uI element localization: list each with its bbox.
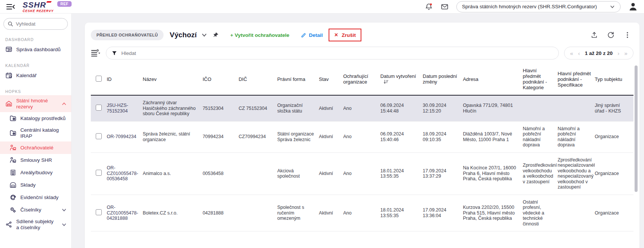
cell-ochranujici_organizace: Ano	[343, 121, 381, 152]
row-checkbox[interactable]	[96, 105, 102, 111]
user-avatar[interactable]	[628, 2, 638, 12]
cell-hlavni_predmet_kategorie: Ostatní profesní, vědecké a technické či…	[523, 195, 558, 231]
sidebar-search-input[interactable]	[16, 21, 64, 27]
logo-red-dash	[46, 1, 52, 3]
cell-dic: CZ70994234	[239, 121, 277, 152]
sidebar-item[interactable]: Smlouvy SHR	[0, 154, 71, 166]
pencil-icon	[301, 32, 306, 38]
sidebar-item[interactable]: Centrální katalog IRAP	[0, 125, 71, 141]
table-row[interactable]: OR-CZ010055478-04281888Boletex.CZ s.r.o.…	[91, 195, 633, 231]
sidebar-item-label: Katalogy prostředků	[20, 116, 67, 122]
select-all-checkbox[interactable]	[96, 76, 102, 82]
cell-id: OR-CZ010055478-04281888	[107, 195, 143, 231]
pagination-next-icon[interactable]: ›	[618, 50, 620, 56]
ref-environment-badge: REF	[57, 1, 72, 7]
sidebar-item[interactable]: Evidenční sklady	[0, 191, 71, 204]
column-header-datum_posledni_zmeny[interactable]: Datum poslední změny	[423, 64, 463, 95]
column-header-ico[interactable]: IČO	[203, 64, 239, 95]
sidebar-item[interactable]: Sdílené subjekty a číselníky	[0, 216, 71, 233]
table-row[interactable]: OR-70994234Správa železnic, státní organ…	[91, 121, 633, 152]
workspace-selector[interactable]: Správa státních hmotných rezerv (SHR.SSH…	[456, 1, 621, 12]
detail-button[interactable]: Detail	[301, 32, 323, 38]
sidebar-item[interactable]: Sklady	[0, 179, 71, 191]
row-checkbox[interactable]	[96, 170, 102, 176]
sidebar-item-label: Areály/budovy	[20, 170, 67, 176]
view-badge[interactable]: PŘEHLED OCHRAŇOVATELŮ	[91, 30, 164, 40]
sidebar-search[interactable]	[3, 18, 68, 30]
notifications-bell-icon[interactable]	[425, 3, 433, 11]
view-chevron-down-icon[interactable]	[201, 32, 207, 38]
column-header-stav[interactable]: Stav	[319, 64, 343, 95]
column-header-pravni_forma[interactable]: Právní forma	[277, 64, 319, 95]
cancel-button[interactable]: × Zrušit	[329, 29, 361, 41]
share-icon	[5, 221, 12, 228]
column-header-hlavni_predmet_kategorie[interactable]: Hlavní předmět podnikání - Kategorie	[523, 64, 558, 95]
pagination-label: 1 až 20 z 20	[585, 50, 613, 56]
chevron-up-icon	[61, 101, 67, 107]
nav-section-label: HOPKS	[5, 89, 66, 94]
column-header-nazev[interactable]: Název	[143, 64, 203, 95]
table-search-input[interactable]	[121, 50, 553, 56]
sidebar-item[interactable]: Ochraňovatelé	[0, 141, 71, 154]
column-header-id[interactable]: ID	[107, 64, 143, 95]
inventory-icon	[9, 194, 17, 201]
create-custodian-button[interactable]: + Vytvořit ochraňovatele	[230, 32, 289, 38]
cell-pravni_forma: Společnost s ručením omezeným	[277, 195, 319, 231]
column-header-datum_vytvoreni[interactable]: Datum vytvoření	[380, 64, 423, 95]
column-header-dic[interactable]: DIČ	[239, 64, 277, 95]
sidebar-collapse-icon[interactable]	[6, 3, 15, 11]
cell-pravni_forma: Organizační složka státu	[277, 95, 319, 121]
sidebar-item[interactable]: Areály/budovy	[0, 166, 71, 179]
cell-typ_subjektu: Organizace	[595, 152, 633, 195]
sidebar-item-label: Číselníky	[20, 207, 58, 213]
column-header-label: Hlavní předmět podnikání - Kategorie	[523, 68, 547, 90]
table-row[interactable]: JSU-HZS-75152304Záchranný útvar Hasičské…	[91, 95, 633, 121]
pin-icon[interactable]	[213, 32, 219, 38]
messages-envelope-icon[interactable]	[441, 3, 449, 11]
row-checkbox[interactable]	[96, 209, 102, 215]
cell-pravni_forma: Státní organizace Správa železnic	[277, 121, 319, 152]
cell-adresa: Kurzova 2202/20, 15500 Praha 515, Hlavní…	[463, 195, 523, 231]
cell-ico: 04281888	[203, 195, 239, 231]
pagination-last-icon[interactable]: »	[624, 50, 627, 56]
sidebar-item[interactable]: Správa dashboardů	[0, 43, 71, 56]
sidebar-item[interactable]: Kalendář	[0, 69, 71, 82]
more-options-kebab-icon[interactable]	[624, 31, 631, 39]
filter-row: « ‹ 1 až 20 z 20 › »	[85, 44, 639, 63]
sidebar-item-label: Státní hmotné rezervy	[16, 98, 58, 110]
pagination-prev-icon[interactable]: ‹	[578, 50, 580, 56]
refresh-icon[interactable]	[607, 31, 615, 39]
cell-hlavni_predmet_kategorie: Zprostředkování velkoobchodu a velkoobch…	[523, 152, 558, 195]
column-header-label: Typ subjektu	[595, 76, 622, 82]
sidebar-item-label: Smlouvy SHR	[20, 157, 67, 163]
cell-select	[91, 195, 107, 231]
sidebar-item-label: Ochraňovatelé	[20, 145, 67, 151]
cell-hlavni_predmet_specifikace: Námořní a pobřežní nákladní doprava	[558, 121, 595, 152]
sshr-logo[interactable]: SSHR ČESKÉ REZERVY	[23, 1, 54, 13]
cell-datum_vytvoreni: 18.01.2024 13:55:35	[380, 195, 423, 231]
table-scrollbar-thumb[interactable]	[635, 65, 638, 192]
warehouse-icon	[9, 181, 17, 189]
table-search[interactable]	[106, 47, 559, 59]
cell-adresa: Na Kocínce 207/1, 16000 Praha 6, Hlavní …	[463, 152, 523, 195]
column-header-adresa[interactable]: Adresa	[463, 64, 523, 95]
sidebar-item[interactable]: Státní hmotné rezervy	[0, 95, 71, 112]
custodians-table: IDNázevIČODIČPrávní formaStavOchraňující…	[91, 64, 633, 231]
column-header-typ_subjektu[interactable]: Typ subjektu	[595, 64, 633, 95]
pagination: « ‹ 1 až 20 z 20 › »	[564, 47, 633, 59]
table-row[interactable]: OR-CZ010055478-00536458Animalco a.s.0053…	[91, 152, 633, 195]
export-icon[interactable]	[590, 31, 598, 39]
view-name: Výchozí	[170, 31, 197, 39]
table-density-icon[interactable]	[91, 49, 101, 57]
sidebar-item-label: Evidenční sklady	[20, 195, 67, 201]
sidebar-item[interactable]: Číselníky	[0, 204, 71, 216]
search-icon	[8, 21, 13, 27]
sidebar-item[interactable]: Katalogy prostředků	[0, 112, 71, 125]
cell-hlavni_predmet_specifikace	[558, 95, 595, 121]
row-checkbox[interactable]	[96, 133, 102, 139]
column-header-ochranujici_organizace[interactable]: Ochraňující organizace	[343, 64, 381, 95]
cell-datum_vytvoreni: 06.09.2024 15:44:48	[380, 95, 423, 121]
pagination-first-icon[interactable]: «	[570, 50, 573, 56]
cell-dic: CZ 75152304	[239, 95, 277, 121]
column-header-hlavni_predmet_specifikace[interactable]: Hlavní předmět podnikání - Specifikace	[558, 64, 595, 95]
